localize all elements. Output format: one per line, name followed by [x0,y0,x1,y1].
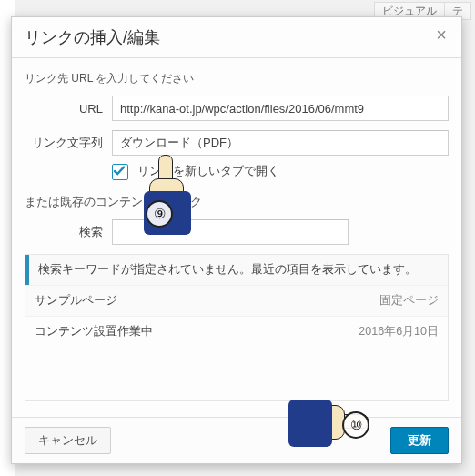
list-item[interactable]: サンプルページ 固定ページ [25,285,448,316]
results-notice: 検索キーワードが指定されていません。最近の項目を表示しています。 [25,255,448,285]
close-icon[interactable]: × [430,25,452,46]
modal-footer: キャンセル 更新 [12,417,461,463]
newtab-checkbox[interactable] [112,164,128,180]
modal-header: リンクの挿入/編集 [12,17,461,58]
search-label: 検索 [25,224,112,240]
modal-title: リンクの挿入/編集 [25,26,449,48]
check-icon [114,166,125,177]
url-row: URL [25,96,449,121]
submit-button[interactable]: 更新 [390,427,449,454]
existing-section-label: または既存のコンテンツにリンク [25,195,449,210]
item-meta: 2016年6月10日 [359,324,439,339]
item-title: サンプルページ [35,293,117,309]
newtab-label: リンクを新しいタブで開く [137,164,279,177]
list-item[interactable]: コンテンツ設置作業中 2016年6月10日 [25,316,448,347]
results-list[interactable]: 検索キーワードが指定されていません。最近の項目を表示しています。 サンプルページ… [25,254,449,401]
linktext-input[interactable] [112,130,449,156]
linktext-label: リンク文字列 [25,135,112,151]
link-modal: × リンクの挿入/編集 リンク先 URL を入力してください URL リンク文字… [11,16,462,464]
instruction-text: リンク先 URL を入力してください [25,71,449,86]
item-meta: 固定ページ [379,293,439,309]
newtab-row: リンクを新しいタブで開く [25,163,449,180]
search-row: 検索 [25,219,449,245]
annotation-marker-10: ⑩ [342,411,369,439]
cancel-button[interactable]: キャンセル [25,427,111,454]
annotation-marker-9: ⑨ [146,200,173,228]
url-label: URL [25,102,112,116]
linktext-row: リンク文字列 [25,130,449,156]
item-title: コンテンツ設置作業中 [35,324,153,339]
search-input[interactable] [112,219,349,245]
url-input[interactable] [112,96,449,121]
modal-body: リンク先 URL を入力してください URL リンク文字列 リンクを新しいタブで… [12,58,461,401]
